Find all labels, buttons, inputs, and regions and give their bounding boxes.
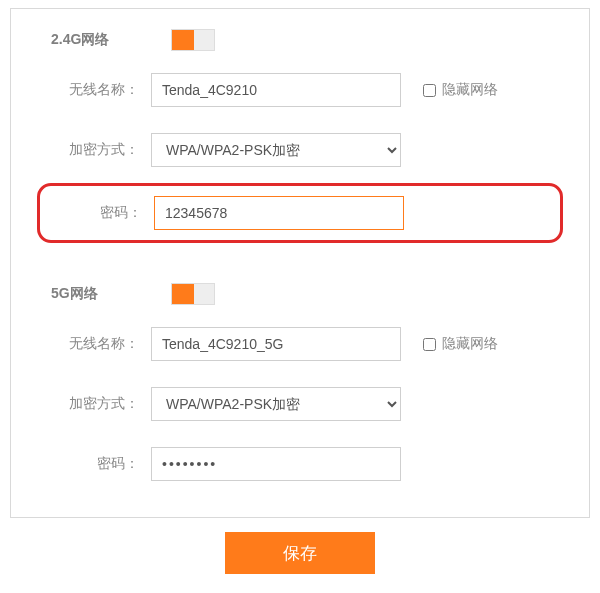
label-5g-ssid: 无线名称：	[51, 335, 151, 353]
input-24g-ssid[interactable]	[151, 73, 401, 107]
row-5g-pwd: 密码：	[51, 447, 549, 481]
toggle-knob-icon	[172, 30, 194, 50]
settings-panel: 2.4G网络 无线名称： 隐藏网络 加密方式： WPA/WPA2-PSK加密 密…	[10, 8, 590, 518]
section-header-5g: 5G网络	[51, 283, 549, 305]
input-5g-password[interactable]	[151, 447, 401, 481]
label-24g-enc: 加密方式：	[51, 141, 151, 159]
select-24g-enc[interactable]: WPA/WPA2-PSK加密	[151, 133, 401, 167]
label-24g-ssid: 无线名称：	[51, 81, 151, 99]
row-24g-enc: 加密方式： WPA/WPA2-PSK加密	[51, 133, 549, 167]
row-5g-ssid: 无线名称： 隐藏网络	[51, 327, 549, 361]
input-24g-password[interactable]	[154, 196, 404, 230]
label-5g-hide: 隐藏网络	[442, 335, 498, 353]
save-bar: 保存	[0, 532, 600, 574]
label-5g-pwd: 密码：	[51, 455, 151, 473]
row-5g-enc: 加密方式： WPA/WPA2-PSK加密	[51, 387, 549, 421]
section-title-24g: 2.4G网络	[51, 31, 141, 49]
highlight-24g-password: 密码：	[37, 183, 563, 243]
toggle-knob-icon	[172, 284, 194, 304]
input-5g-ssid[interactable]	[151, 327, 401, 361]
toggle-5g[interactable]	[171, 283, 215, 305]
label-24g-hide: 隐藏网络	[442, 81, 498, 99]
section-title-5g: 5G网络	[51, 285, 141, 303]
save-button[interactable]: 保存	[225, 532, 375, 574]
select-5g-enc[interactable]: WPA/WPA2-PSK加密	[151, 387, 401, 421]
checkbox-5g-hide[interactable]	[423, 338, 436, 351]
checkbox-24g-hide[interactable]	[423, 84, 436, 97]
label-5g-enc: 加密方式：	[51, 395, 151, 413]
label-24g-pwd: 密码：	[54, 204, 154, 222]
row-24g-ssid: 无线名称： 隐藏网络	[51, 73, 549, 107]
toggle-24g[interactable]	[171, 29, 215, 51]
section-header-24g: 2.4G网络	[51, 29, 549, 51]
